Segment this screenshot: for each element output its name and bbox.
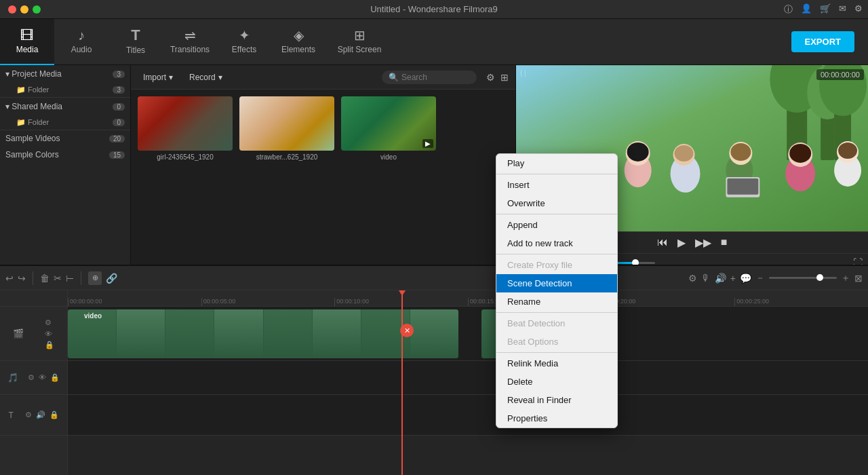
text-settings-icon[interactable]: ⚙ [25, 411, 32, 419]
shared-media-count: 0 [113, 103, 125, 111]
tl-speaker-icon[interactable]: 🔊 [715, 273, 726, 284]
video-lock-icon[interactable]: 🔒 [45, 341, 54, 349]
minimize-button[interactable] [20, 5, 28, 14]
search-input[interactable] [401, 73, 469, 82]
ctx-insert[interactable]: Insert [496, 176, 617, 194]
rewind-button[interactable]: ⏮ [657, 236, 668, 249]
ctx-append[interactable]: Append [496, 216, 617, 234]
close-button[interactable] [8, 5, 16, 14]
ctx-add-to-new-track[interactable]: Add to new track [496, 234, 617, 252]
tl-mic-icon[interactable]: 🎙 [701, 273, 711, 284]
audio-track-label: 🎵 ⚙ 👁 🔒 [0, 361, 67, 395]
shared-media-section: ▾ Shared Media 0 📁 Folder 0 [0, 98, 130, 130]
split-button[interactable]: ⊢ [66, 273, 74, 284]
user-icon[interactable]: 👤 [801, 3, 812, 16]
ctx-divider-2 [496, 214, 617, 214]
preview-in-timecode: { | [520, 69, 526, 77]
zoom-in-icon[interactable]: ＋ [841, 272, 850, 284]
tl-settings-icon[interactable]: ⚙ [688, 273, 697, 284]
audio-lock-icon[interactable]: 🔒 [50, 373, 60, 382]
svg-point-15 [730, 143, 751, 161]
ruler-mark-4: 00:00:20:00 [601, 298, 735, 306]
media-item-video[interactable]: ▶ video [341, 96, 436, 161]
sample-videos-item[interactable]: Sample Videos 20 [0, 130, 130, 147]
tab-titles-label: Titles [126, 45, 145, 55]
sample-videos-label: Sample Videos [5, 134, 60, 143]
settings-icon[interactable]: ⚙ [854, 3, 863, 16]
audio-eye-icon[interactable]: 👁 [39, 373, 46, 382]
tl-subtitle-icon[interactable]: 💬 [740, 273, 751, 284]
svg-rect-17 [727, 178, 758, 195]
text-volume-icon[interactable]: 🔊 [36, 411, 45, 419]
cut-button[interactable]: ✂ [54, 273, 62, 284]
ruler-marks-container: 00:00:00:00 00:00:05:00 00:00:10:00 00:0… [68, 290, 868, 306]
text-track-label: T ⚙ 🔊 🔒 [0, 395, 67, 436]
play-button[interactable]: ▶ [677, 236, 686, 249]
audio-icon: ♪ [78, 28, 85, 42]
play-forward-button[interactable]: ▶▶ [695, 236, 711, 249]
window-title: Untitled - Wondershare Filmora9 [370, 4, 498, 14]
tab-elements[interactable]: ◈ Elements [271, 19, 326, 65]
video-clip-main[interactable]: video [68, 309, 458, 358]
project-folder-item[interactable]: 📁 Folder 3 [0, 83, 130, 97]
ctx-relink-media[interactable]: Relink Media [496, 354, 617, 373]
ctx-reveal-in-finder[interactable]: Reveal in Finder [496, 391, 617, 409]
tab-splitscreen[interactable]: ⊞ Split Screen [326, 19, 393, 65]
tl-expand-icon[interactable]: ⊠ [854, 273, 863, 284]
audio-track-controls: ⚙ 👁 🔒 [28, 373, 60, 382]
shared-media-header[interactable]: ▾ Shared Media 0 [0, 98, 130, 115]
tab-media[interactable]: 🎞 Media [0, 19, 54, 65]
search-box: 🔍 [382, 71, 477, 84]
topbar-icons: ⚙ ⊞ [486, 72, 509, 83]
ruler-mark-5: 00:00:25:00 [734, 298, 868, 306]
media-item-girl[interactable]: girl-2436545_1920 [138, 96, 233, 161]
maximize-button[interactable] [33, 5, 41, 14]
ctx-overwrite[interactable]: Overwrite [496, 194, 617, 212]
delete-clip-button[interactable]: 🗑 [40, 273, 50, 284]
sample-colors-item[interactable]: Sample Colors 15 [0, 147, 130, 163]
video-settings-icon[interactable]: ⚙ [45, 318, 54, 327]
ctx-scene-detection[interactable]: Scene Detection [496, 274, 617, 292]
toolbar-sep-2 [81, 271, 81, 285]
mail-icon[interactable]: ✉ [839, 3, 846, 16]
tab-audio[interactable]: ♪ Audio [54, 19, 108, 65]
ctx-divider-4 [496, 312, 617, 313]
tl-add-track-icon[interactable]: + [730, 273, 736, 284]
export-button[interactable]: EXPORT [791, 31, 854, 52]
stop-button[interactable]: ■ [721, 236, 728, 249]
sample-colors-label: Sample Colors [5, 150, 59, 159]
zoom-handle[interactable] [816, 274, 823, 281]
ctx-rename[interactable]: Rename [496, 292, 617, 311]
cart-icon[interactable]: 🛒 [820, 3, 831, 16]
tab-transitions[interactable]: ⇌ Transitions [163, 19, 217, 65]
filter-icon[interactable]: ⚙ [486, 72, 495, 83]
media-item-straw[interactable]: strawber...625_1920 [239, 96, 334, 161]
ctx-play[interactable]: Play [496, 154, 617, 172]
project-media-label: ▾ Project Media [5, 69, 62, 79]
zoom-out-icon[interactable]: － [755, 272, 765, 284]
frame-6 [313, 309, 361, 358]
tab-effects[interactable]: ✦ Effects [217, 19, 271, 65]
video-eye-icon[interactable]: 👁 [45, 330, 54, 338]
ctx-beat-detection: Beat Detection [496, 314, 617, 332]
tab-titles[interactable]: T Titles [108, 19, 163, 65]
traffic-lights[interactable] [8, 5, 41, 14]
import-button[interactable]: Import ▾ [138, 71, 178, 84]
audio-settings-icon[interactable]: ⚙ [28, 373, 35, 382]
ctx-properties[interactable]: Properties [496, 409, 617, 428]
project-media-header[interactable]: ▾ Project Media 3 [0, 65, 130, 83]
snap-button[interactable]: ⊕ [88, 271, 102, 285]
tab-elements-label: Elements [281, 45, 315, 54]
record-button[interactable]: Record ▾ [184, 71, 228, 84]
undo-button[interactable]: ↩ [5, 273, 14, 284]
cut-icon[interactable]: ✕ [400, 324, 414, 337]
shared-folder-item[interactable]: 📁 Folder 0 [0, 115, 130, 130]
zoom-slider[interactable] [769, 277, 837, 279]
text-lock-icon[interactable]: 🔒 [50, 411, 59, 419]
redo-button[interactable]: ↪ [18, 273, 26, 284]
link-button[interactable]: 🔗 [106, 273, 117, 284]
grid-view-icon[interactable]: ⊞ [500, 72, 509, 83]
ctx-delete[interactable]: Delete [496, 373, 617, 391]
info-icon[interactable]: ⓘ [784, 3, 793, 16]
ruler-label [0, 290, 67, 307]
